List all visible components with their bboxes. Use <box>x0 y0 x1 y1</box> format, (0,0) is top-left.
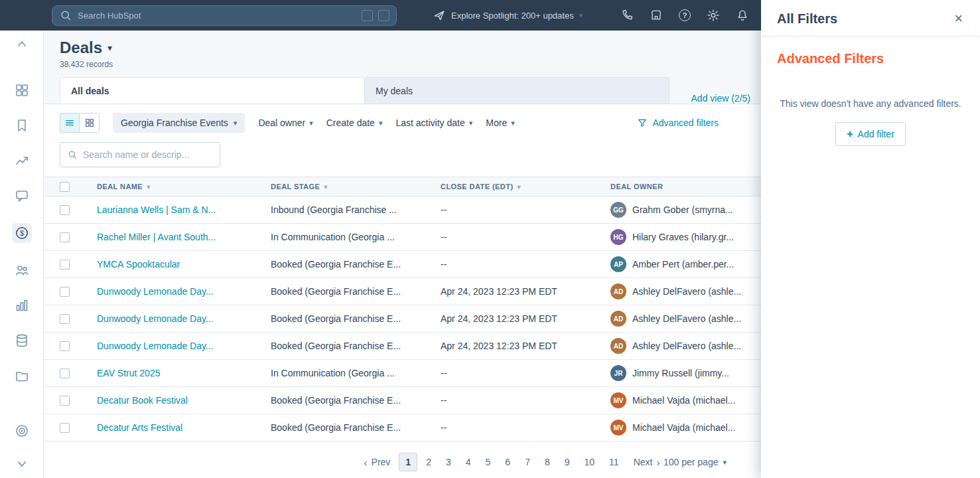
tab-all-deals[interactable]: All deals <box>60 77 365 104</box>
global-search-input[interactable] <box>78 11 356 21</box>
advanced-filters-button[interactable]: Advanced filters <box>637 118 719 128</box>
empty-state-text: This view doesn't have any advanced filt… <box>772 97 969 110</box>
deal-name-link[interactable]: YMCA Spooktacular <box>97 259 180 270</box>
page-number-11[interactable]: 11 <box>603 453 625 471</box>
avatar: MV <box>610 420 626 436</box>
calls-icon[interactable] <box>620 9 634 22</box>
search-icon <box>67 149 78 160</box>
row-checkbox[interactable] <box>60 260 70 270</box>
marketplace-icon[interactable] <box>650 9 663 22</box>
sort-icon[interactable]: ▾ <box>518 183 521 191</box>
prev-page-button[interactable]: ‹ Prev <box>358 453 397 471</box>
page-number-5[interactable]: 5 <box>480 453 497 471</box>
board-view-toggle[interactable] <box>80 113 100 133</box>
deal-name-link[interactable]: Laurianna Wells | Sam & N... <box>97 204 216 215</box>
global-search[interactable] <box>52 5 397 26</box>
column-header-deal-name[interactable]: Deal name <box>97 183 143 191</box>
view-owner-select[interactable]: Georgia Franchise Events ▾ <box>113 113 245 133</box>
sort-icon[interactable]: ▾ <box>147 183 150 191</box>
table-search[interactable] <box>60 142 220 167</box>
close-date: Apr 24, 2023 12:23 PM EDT <box>441 313 610 324</box>
page-number-2[interactable]: 2 <box>420 453 437 471</box>
page-number-3[interactable]: 3 <box>440 453 457 471</box>
caret-down-icon: ▾ <box>234 119 238 127</box>
contacts-icon[interactable] <box>14 262 30 278</box>
row-checkbox[interactable] <box>60 368 70 378</box>
list-view-toggle[interactable] <box>60 113 80 133</box>
add-view-link[interactable]: Add view (2/5) <box>691 93 750 104</box>
collapse-icon[interactable] <box>14 36 30 52</box>
left-sidebar: $ <box>0 31 44 478</box>
deal-name-link[interactable]: Rachel Miller | Avant South... <box>97 232 216 242</box>
page-number-7[interactable]: 7 <box>519 453 536 471</box>
deal-stage: Booked (Georgia Franchise E... <box>271 341 441 351</box>
column-header-deal-owner[interactable]: Deal owner <box>610 183 663 191</box>
select-all-checkbox[interactable] <box>60 182 70 192</box>
row-checkbox[interactable] <box>60 205 70 215</box>
deal-name-link[interactable]: Decatur Book Festival <box>97 395 188 406</box>
deal-name-link[interactable]: Dunwoody Lemonade Day... <box>97 286 214 297</box>
chevron-down-icon[interactable] <box>14 455 30 471</box>
avatar: HG <box>610 229 626 245</box>
row-checkbox[interactable] <box>60 314 70 324</box>
page-number-1[interactable]: 1 <box>399 453 417 471</box>
per-page-select[interactable]: 100 per page ▾ <box>664 457 727 467</box>
all-filters-panel: All Filters × Advanced Filters This view… <box>761 0 980 478</box>
avatar: AD <box>610 311 626 327</box>
filter-deal-owner[interactable]: Deal owner ▾ <box>258 118 313 128</box>
deal-stage: Booked (Georgia Franchise E... <box>271 313 441 324</box>
sales-dollar-icon[interactable]: $ <box>12 223 32 243</box>
close-date: -- <box>441 395 610 406</box>
notifications-icon[interactable] <box>736 9 749 22</box>
deal-stage: Booked (Georgia Franchise E... <box>271 286 441 297</box>
question-glyph: ? <box>683 11 687 19</box>
bookmark-icon[interactable] <box>14 118 30 133</box>
page-number-10[interactable]: 10 <box>579 453 601 471</box>
filter-more[interactable]: More ▾ <box>486 118 514 128</box>
dollar-glyph: $ <box>19 229 23 237</box>
column-header-deal-stage[interactable]: Deal Stage <box>271 183 320 191</box>
database-icon[interactable] <box>14 333 30 349</box>
page-number-4[interactable]: 4 <box>460 453 477 471</box>
deal-name-link[interactable]: Decatur Arts Festival <box>97 422 182 433</box>
caret-down-icon: ▾ <box>579 11 583 20</box>
deal-name-link[interactable]: EAV Strut 2025 <box>97 368 160 378</box>
sort-icon[interactable]: ▾ <box>324 183 327 191</box>
page-number-6[interactable]: 6 <box>499 453 516 471</box>
row-checkbox[interactable] <box>60 341 70 351</box>
owner-name: Michael Vajda (michael... <box>632 395 735 406</box>
page-title: Deals <box>60 39 102 57</box>
deal-name-link[interactable]: Dunwoody Lemonade Day... <box>97 313 214 324</box>
row-checkbox[interactable] <box>60 232 70 242</box>
settings-icon[interactable] <box>707 9 720 22</box>
target-icon[interactable] <box>14 423 30 439</box>
help-icon[interactable]: ? <box>679 9 691 21</box>
title-caret-down-icon[interactable]: ▾ <box>107 42 112 53</box>
search-icon <box>59 9 72 22</box>
filter-last-activity-date[interactable]: Last activity date ▾ <box>395 118 472 128</box>
list-icon <box>64 118 75 128</box>
column-header-close-date[interactable]: Close date (EDT) <box>441 183 514 191</box>
next-label: Next <box>634 457 653 467</box>
caret-down-icon: ▾ <box>469 119 473 127</box>
bar-chart-icon[interactable] <box>14 297 30 313</box>
chat-icon[interactable] <box>14 188 30 204</box>
explore-spotlight-button[interactable]: Explore Spotlight: 200+ updates ▾ <box>433 9 583 22</box>
trend-icon[interactable] <box>14 153 30 169</box>
table-search-input[interactable] <box>83 149 213 160</box>
row-checkbox[interactable] <box>60 423 70 433</box>
folder-icon[interactable] <box>14 368 30 384</box>
deal-name-link[interactable]: Dunwoody Lemonade Day... <box>97 341 214 351</box>
close-icon[interactable]: × <box>950 10 967 27</box>
page-number-9[interactable]: 9 <box>559 453 576 471</box>
dropdown-label: Last activity date <box>395 118 464 128</box>
filter-create-date[interactable]: Create date ▾ <box>326 118 383 128</box>
row-checkbox[interactable] <box>60 396 70 406</box>
page-number-8[interactable]: 8 <box>539 453 556 471</box>
add-filter-button[interactable]: + Add filter <box>835 122 906 146</box>
apps-grid-icon[interactable] <box>14 82 30 98</box>
owner-name: Hilary Graves (hilary.gr... <box>632 232 734 242</box>
next-page-button[interactable]: Next › <box>628 453 666 471</box>
row-checkbox[interactable] <box>60 287 70 297</box>
tab-my-deals[interactable]: My deals <box>364 77 669 104</box>
